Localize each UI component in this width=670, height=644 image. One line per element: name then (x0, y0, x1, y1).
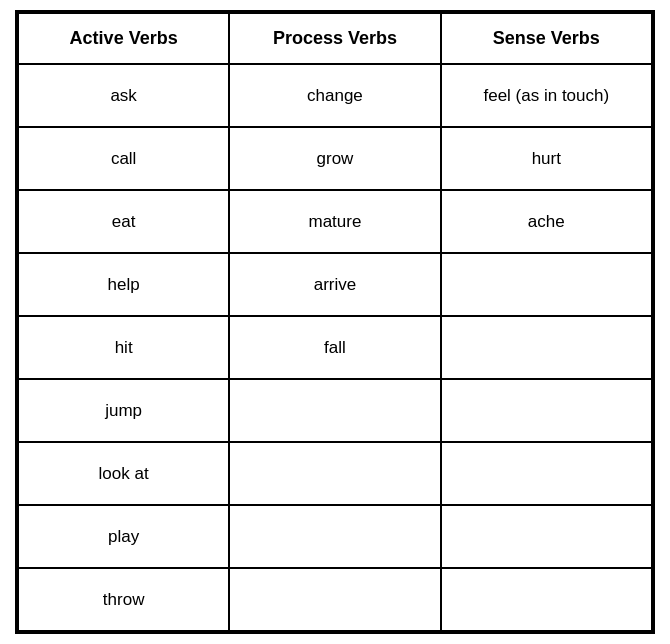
cell-row7-col1: play (18, 505, 229, 568)
cell-row2-col1: eat (18, 190, 229, 253)
cell-row3-col3 (441, 253, 652, 316)
cell-row6-col3 (441, 442, 652, 505)
cell-row4-col3 (441, 316, 652, 379)
cell-row8-col1: throw (18, 568, 229, 631)
header-sense-verbs: Sense Verbs (441, 13, 652, 64)
cell-row1-col3: hurt (441, 127, 652, 190)
cell-row6-col1: look at (18, 442, 229, 505)
cell-row0-col1: ask (18, 64, 229, 127)
header-active-verbs: Active Verbs (18, 13, 229, 64)
cell-row0-col3: feel (as in touch) (441, 64, 652, 127)
cell-row7-col3 (441, 505, 652, 568)
cell-row3-col1: help (18, 253, 229, 316)
cell-row0-col2: change (229, 64, 440, 127)
cell-row4-col2: fall (229, 316, 440, 379)
cell-row1-col1: call (18, 127, 229, 190)
cell-row3-col2: arrive (229, 253, 440, 316)
cell-row1-col2: grow (229, 127, 440, 190)
cell-row5-col2 (229, 379, 440, 442)
cell-row7-col2 (229, 505, 440, 568)
cell-row2-col2: mature (229, 190, 440, 253)
cell-row5-col1: jump (18, 379, 229, 442)
cell-row4-col1: hit (18, 316, 229, 379)
verb-table: Active Verbs Process Verbs Sense Verbs a… (15, 10, 655, 634)
cell-row8-col3 (441, 568, 652, 631)
cell-row2-col3: ache (441, 190, 652, 253)
cell-row6-col2 (229, 442, 440, 505)
cell-row8-col2 (229, 568, 440, 631)
header-process-verbs: Process Verbs (229, 13, 440, 64)
cell-row5-col3 (441, 379, 652, 442)
